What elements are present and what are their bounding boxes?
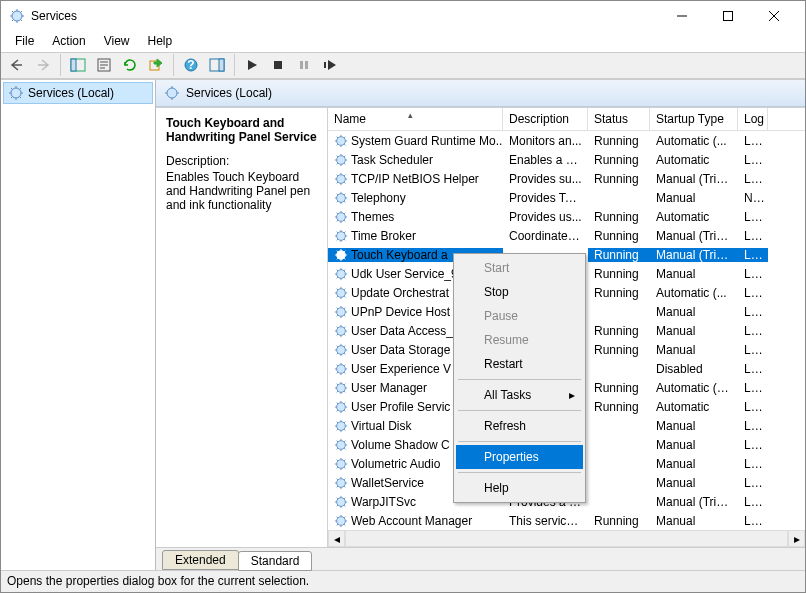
cm-resume[interactable]: Resume — [456, 328, 583, 352]
gear-icon — [8, 85, 24, 101]
services-list: Name Description Status Startup Type Log… — [327, 108, 805, 547]
tab-extended[interactable]: Extended — [162, 550, 239, 570]
nav-label: Services (Local) — [28, 86, 114, 100]
cm-refresh[interactable]: Refresh — [456, 414, 583, 438]
svg-point-15 — [167, 88, 177, 98]
column-headers: Name Description Status Startup Type Log… — [328, 108, 805, 131]
service-row[interactable]: Task SchedulerEnables a us...RunningAuto… — [328, 150, 805, 169]
right-pane: Services (Local) Touch Keyboard and Hand… — [156, 80, 805, 570]
stop-service-button[interactable] — [266, 53, 290, 77]
service-row[interactable]: Web Account ManagerThis service ...Runni… — [328, 511, 805, 530]
svg-text:?: ? — [187, 58, 194, 72]
pane-header-label: Services (Local) — [186, 86, 272, 100]
scroll-right-icon[interactable]: ▸ — [788, 530, 805, 547]
refresh-button[interactable] — [118, 53, 142, 77]
menu-action[interactable]: Action — [44, 32, 93, 50]
cm-stop[interactable]: Stop — [456, 280, 583, 304]
start-service-button[interactable] — [240, 53, 264, 77]
svg-rect-10 — [274, 61, 282, 69]
content: Services (Local) Services (Local) Touch … — [1, 79, 805, 570]
cm-properties[interactable]: Properties — [456, 445, 583, 469]
menu-bar: File Action View Help — [1, 31, 805, 52]
svg-rect-3 — [71, 59, 76, 71]
sort-indicator-icon: ▴ — [408, 110, 413, 120]
scroll-left-icon[interactable]: ◂ — [328, 530, 345, 547]
selected-service-name: Touch Keyboard and Handwriting Panel Ser… — [166, 116, 317, 144]
nav-services-local[interactable]: Services (Local) — [3, 82, 153, 104]
service-row[interactable]: ThemesProvides us...RunningAutomaticLoca — [328, 207, 805, 226]
app-icon — [9, 8, 25, 24]
cm-pause[interactable]: Pause — [456, 304, 583, 328]
close-button[interactable] — [751, 1, 797, 31]
col-name[interactable]: Name — [328, 108, 503, 130]
restart-service-button[interactable] — [318, 53, 342, 77]
pause-service-button[interactable] — [292, 53, 316, 77]
col-logon[interactable]: Log — [738, 108, 768, 130]
menu-file[interactable]: File — [7, 32, 42, 50]
tab-standard[interactable]: Standard — [238, 551, 313, 571]
back-button[interactable] — [5, 53, 29, 77]
pane-body: Touch Keyboard and Handwriting Panel Ser… — [156, 107, 805, 547]
service-row[interactable]: System Guard Runtime Mo...Monitors an...… — [328, 131, 805, 150]
service-row[interactable]: TCP/IP NetBIOS HelperProvides su...Runni… — [328, 169, 805, 188]
col-startup[interactable]: Startup Type — [650, 108, 738, 130]
svg-rect-1 — [724, 12, 733, 21]
pane-header: Services (Local) — [156, 80, 805, 107]
context-menu: Start Stop Pause Resume Restart All Task… — [453, 253, 586, 503]
horizontal-scrollbar[interactable]: ◂ ▸ — [328, 530, 805, 547]
service-row[interactable]: Time BrokerCoordinates...RunningManual (… — [328, 226, 805, 245]
maximize-button[interactable] — [705, 1, 751, 31]
window-title: Services — [31, 9, 659, 23]
col-description[interactable]: Description — [503, 108, 588, 130]
description-label: Description: — [166, 154, 317, 168]
gear-icon — [164, 85, 180, 101]
service-row[interactable]: TelephonyProvides Tel...ManualNetw — [328, 188, 805, 207]
cm-help[interactable]: Help — [456, 476, 583, 500]
detail-pane: Touch Keyboard and Handwriting Panel Ser… — [156, 108, 327, 547]
menu-view[interactable]: View — [96, 32, 138, 50]
view-tabs: Extended Standard — [156, 547, 805, 570]
action-pane-button[interactable] — [205, 53, 229, 77]
svg-rect-9 — [219, 59, 224, 71]
svg-rect-13 — [324, 62, 326, 68]
chevron-right-icon: ▸ — [569, 388, 575, 402]
menu-help[interactable]: Help — [140, 32, 181, 50]
svg-rect-11 — [300, 61, 303, 69]
col-status[interactable]: Status — [588, 108, 650, 130]
status-bar: Opens the properties dialog box for the … — [1, 570, 805, 592]
cm-all-tasks[interactable]: All Tasks▸ — [456, 383, 583, 407]
svg-rect-12 — [305, 61, 308, 69]
forward-button[interactable] — [31, 53, 55, 77]
description-text: Enables Touch Keyboard and Handwriting P… — [166, 170, 317, 212]
export-button[interactable] — [144, 53, 168, 77]
properties-button[interactable] — [92, 53, 116, 77]
show-hide-tree-button[interactable] — [66, 53, 90, 77]
cm-restart[interactable]: Restart — [456, 352, 583, 376]
minimize-button[interactable] — [659, 1, 705, 31]
cm-start[interactable]: Start — [456, 256, 583, 280]
toolbar: ? — [1, 52, 805, 80]
nav-pane: Services (Local) — [1, 80, 156, 570]
help-icon[interactable]: ? — [179, 53, 203, 77]
title-bar: Services — [1, 1, 805, 31]
